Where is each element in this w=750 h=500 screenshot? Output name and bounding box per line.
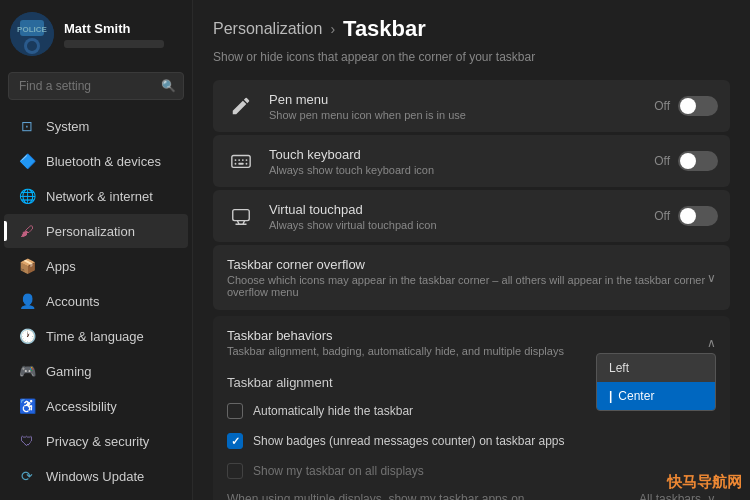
nav-label-bluetooth: Bluetooth & devices: [46, 154, 161, 169]
overflow-title: Taskbar corner overflow: [227, 257, 707, 272]
multimonitor-row: When using multiple displays, show my ta…: [227, 486, 716, 500]
multimonitor-value: All taskbars ∨: [639, 492, 716, 500]
user-name: Matt Smith: [64, 21, 182, 36]
option-center[interactable]: Center: [597, 382, 715, 410]
user-info: Matt Smith: [64, 21, 182, 48]
page-title: Taskbar: [343, 16, 426, 42]
sidebar-item-privacy[interactable]: 🛡 Privacy & security: [4, 424, 188, 458]
pen-menu-text: Pen menu Show pen menu icon when pen is …: [269, 92, 654, 121]
setting-row-virtual-touchpad: Virtual touchpad Always show virtual tou…: [213, 190, 730, 242]
svg-rect-6: [235, 159, 237, 161]
content-area: Show or hide icons that appear on the co…: [193, 50, 750, 500]
virtual-touchpad-toggle-label: Off: [654, 209, 670, 223]
behaviors-section: Taskbar behaviors Taskbar alignment, bad…: [213, 316, 730, 500]
sidebar-item-network[interactable]: 🌐 Network & internet: [4, 179, 188, 213]
touch-keyboard-toggle-label: Off: [654, 154, 670, 168]
sidebar-item-bluetooth[interactable]: 🔷 Bluetooth & devices: [4, 144, 188, 178]
checkbox-row-all-displays: Show my taskbar on all displays: [227, 456, 716, 486]
pen-menu-toggle[interactable]: [678, 96, 718, 116]
dropdown-menu: Left Center: [596, 353, 716, 411]
svg-rect-8: [242, 159, 244, 161]
nav-list: ⊡ System 🔷 Bluetooth & devices 🌐 Network…: [0, 108, 192, 500]
pen-menu-toggle-label: Off: [654, 99, 670, 113]
overflow-header[interactable]: Taskbar corner overflow Choose which ico…: [213, 245, 730, 310]
svg-text:POLICE: POLICE: [17, 25, 47, 34]
nav-icon-time: 🕐: [18, 327, 36, 345]
sidebar-item-personalization[interactable]: 🖌 Personalization: [4, 214, 188, 248]
nav-label-gaming: Gaming: [46, 364, 92, 379]
search-icon: 🔍: [161, 79, 176, 93]
nav-icon-bluetooth: 🔷: [18, 152, 36, 170]
breadcrumb[interactable]: Personalization: [213, 20, 322, 38]
sidebar-item-time[interactable]: 🕐 Time & language: [4, 319, 188, 353]
sidebar: POLICE Matt Smith 🔍 ⊡ System 🔷 Bluetooth…: [0, 0, 193, 500]
virtual-touchpad-label: Virtual touchpad: [269, 202, 654, 217]
alignment-label: Taskbar alignment: [227, 375, 333, 390]
user-profile[interactable]: POLICE Matt Smith: [0, 0, 192, 68]
svg-rect-11: [238, 163, 244, 165]
avatar: POLICE: [10, 12, 54, 56]
overflow-chevron: ∨: [707, 271, 716, 285]
svg-rect-5: [232, 156, 250, 168]
nav-icon-accessibility: ♿: [18, 397, 36, 415]
option-left[interactable]: Left: [597, 354, 715, 382]
behaviors-title: Taskbar behaviors: [227, 328, 564, 343]
sidebar-item-system[interactable]: ⊡ System: [4, 109, 188, 143]
svg-rect-9: [246, 159, 248, 161]
svg-point-4: [27, 41, 37, 51]
sidebar-item-accounts[interactable]: 👤 Accounts: [4, 284, 188, 318]
sidebar-item-apps[interactable]: 📦 Apps: [4, 249, 188, 283]
nav-icon-apps: 📦: [18, 257, 36, 275]
sidebar-item-gaming[interactable]: 🎮 Gaming: [4, 354, 188, 388]
checkbox-label-autohide: Automatically hide the taskbar: [253, 404, 413, 418]
nav-icon-gaming: 🎮: [18, 362, 36, 380]
breadcrumb-arrow: ›: [330, 21, 335, 37]
nav-label-windowsupdate: Windows Update: [46, 469, 144, 484]
user-email: [64, 40, 164, 48]
setting-row-touch-keyboard: Touch keyboard Always show touch keyboar…: [213, 135, 730, 187]
overflow-desc: Choose which icons may appear in the tas…: [227, 274, 707, 298]
main-content: Personalization › Taskbar Show or hide i…: [193, 0, 750, 500]
nav-icon-privacy: 🛡: [18, 432, 36, 450]
virtual-touchpad-toggle[interactable]: [678, 206, 718, 226]
sidebar-item-accessibility[interactable]: ♿ Accessibility: [4, 389, 188, 423]
pen-menu-icon: [225, 90, 257, 122]
nav-label-time: Time & language: [46, 329, 144, 344]
svg-rect-12: [246, 163, 248, 165]
touch-keyboard-text: Touch keyboard Always show touch keyboar…: [269, 147, 654, 176]
nav-label-privacy: Privacy & security: [46, 434, 149, 449]
checkbox-row-badges[interactable]: Show badges (unread messages counter) on…: [227, 426, 716, 456]
behaviors-chevron: ∧: [707, 336, 716, 350]
icons-desc: Show or hide icons that appear on the co…: [213, 50, 730, 70]
svg-rect-13: [233, 210, 250, 221]
multimonitor-label: When using multiple displays, show my ta…: [227, 492, 524, 500]
checkbox-badges[interactable]: [227, 433, 243, 449]
behaviors-inner: Taskbar alignment Left Center Automatica…: [213, 365, 730, 500]
nav-label-accounts: Accounts: [46, 294, 99, 309]
nav-icon-accounts: 👤: [18, 292, 36, 310]
nav-label-personalization: Personalization: [46, 224, 135, 239]
search-input[interactable]: [8, 72, 184, 100]
pen-menu-sublabel: Show pen menu icon when pen is in use: [269, 109, 654, 121]
checkbox-autohide[interactable]: [227, 403, 243, 419]
page-header: Personalization › Taskbar: [193, 0, 750, 50]
nav-icon-network: 🌐: [18, 187, 36, 205]
nav-label-accessibility: Accessibility: [46, 399, 117, 414]
svg-rect-10: [235, 163, 237, 165]
pen-menu-label: Pen menu: [269, 92, 654, 107]
virtual-touchpad-sublabel: Always show virtual touchpad icon: [269, 219, 654, 231]
overflow-section: Taskbar corner overflow Choose which ico…: [213, 245, 730, 310]
nav-icon-system: ⊡: [18, 117, 36, 135]
behaviors-desc: Taskbar alignment, badging, automaticall…: [227, 345, 564, 357]
touch-keyboard-sublabel: Always show touch keyboard icon: [269, 164, 654, 176]
touch-keyboard-toggle[interactable]: [678, 151, 718, 171]
checkbox-label-all-displays: Show my taskbar on all displays: [253, 464, 424, 478]
checkbox-label-badges: Show badges (unread messages counter) on…: [253, 434, 565, 448]
sidebar-item-windowsupdate[interactable]: ⟳ Windows Update: [4, 459, 188, 493]
alignment-row: Taskbar alignment Left Center: [227, 369, 716, 396]
touch-keyboard-icon: [225, 145, 257, 177]
nav-label-network: Network & internet: [46, 189, 153, 204]
svg-rect-7: [238, 159, 240, 161]
nav-label-system: System: [46, 119, 89, 134]
virtual-touchpad-text: Virtual touchpad Always show virtual tou…: [269, 202, 654, 231]
